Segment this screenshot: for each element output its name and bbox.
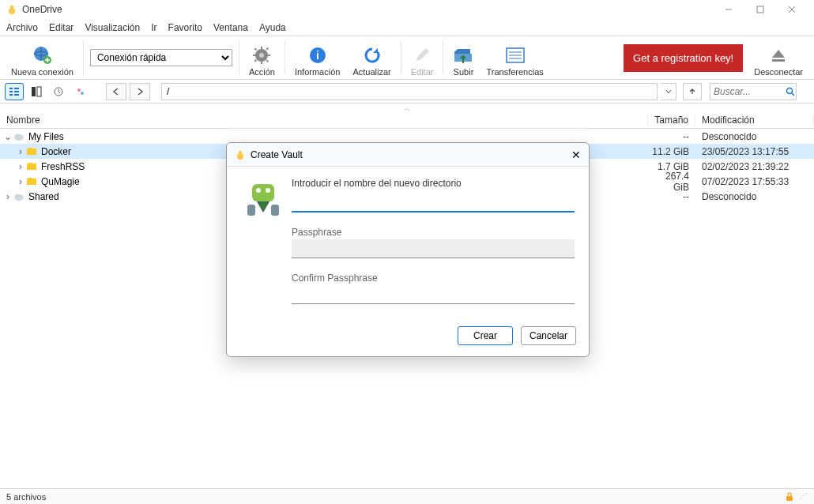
create-button[interactable]: Crear [458, 326, 513, 345]
table-header: Nombre Tamaño Modificación [0, 111, 814, 129]
tree-size: 267.4 GiB [648, 171, 695, 193]
separator [443, 41, 443, 74]
globe-plus-icon [31, 44, 53, 66]
tree-mod: Desconocido [695, 131, 814, 142]
close-button[interactable] [776, 0, 808, 19]
chevron-right-icon[interactable]: › [3, 191, 13, 202]
folder-icon [25, 176, 38, 187]
svg-rect-28 [14, 88, 19, 89]
menu-favorito[interactable]: Favorito [168, 22, 202, 33]
passphrase-label: Passphrase [292, 227, 575, 238]
eject-icon [769, 44, 788, 66]
nav-forward-button[interactable] [130, 83, 150, 100]
tree-mod: 23/05/2023 13:17:55 [695, 146, 814, 157]
path-dropdown[interactable] [661, 83, 676, 100]
edit-button[interactable]: Editar [405, 39, 440, 77]
confirm-passphrase-label: Confirm Passphrase [292, 273, 575, 284]
svg-rect-24 [772, 59, 785, 62]
transfers-button[interactable]: Transferencias [480, 39, 549, 77]
menu-ir[interactable]: Ir [151, 22, 156, 33]
registration-key-banner[interactable]: Get a registration key! [624, 44, 743, 72]
history-button[interactable] [49, 83, 68, 100]
column-size[interactable]: Tamaño [648, 115, 695, 126]
menu-visualizacion[interactable]: Visualización [85, 22, 140, 33]
status-text: 5 archivos [6, 492, 46, 502]
separator [401, 41, 401, 74]
refresh-button[interactable]: Actualizar [346, 39, 397, 77]
svg-point-39 [15, 134, 20, 137]
svg-rect-51 [786, 496, 793, 501]
quick-connect-select[interactable]: Conexión rápida [90, 49, 232, 66]
dialog-close-button[interactable]: ✕ [571, 149, 581, 161]
transfers-icon [505, 44, 526, 66]
passphrase-input[interactable] [292, 239, 575, 258]
action-button[interactable]: Acción [243, 39, 281, 77]
collapse-handle[interactable]: ︿ [0, 103, 814, 111]
edit-label: Editar [411, 67, 434, 77]
chevron-down-icon[interactable]: ⌄ [3, 131, 13, 142]
dialog-titlebar: Create Vault ✕ [227, 143, 589, 167]
svg-rect-48 [262, 205, 265, 209]
svg-rect-14 [254, 48, 258, 51]
column-name[interactable]: Nombre [0, 115, 648, 126]
svg-point-43 [239, 150, 242, 153]
path-input[interactable] [161, 83, 658, 100]
maximize-button[interactable] [744, 0, 776, 19]
titlebar: OneDrive [0, 0, 814, 19]
lock-icon [785, 492, 794, 502]
upload-button[interactable]: Subir [447, 39, 480, 77]
info-label: Información [295, 67, 340, 77]
folder-icon [25, 161, 38, 172]
go-up-button[interactable] [683, 83, 702, 100]
transfers-label: Transferencias [486, 67, 543, 77]
confirm-passphrase-input[interactable] [292, 285, 575, 304]
search-input[interactable] [710, 83, 797, 100]
dialog-title: Create Vault [251, 149, 571, 160]
svg-point-46 [266, 188, 270, 193]
menubar: Archivo Editar Visualización Ir Favorito… [0, 19, 814, 36]
info-button[interactable]: i Información [288, 39, 346, 77]
svg-rect-27 [9, 94, 13, 96]
new-connection-label: Nueva conexión [11, 67, 73, 77]
window-title: OneDrive [22, 4, 713, 15]
tree-mod: 02/02/2023 21:39:22 [695, 161, 814, 172]
tree-size: -- [648, 131, 695, 142]
settings-view-button[interactable] [71, 83, 90, 100]
svg-rect-17 [254, 59, 258, 62]
svg-rect-29 [14, 91, 19, 92]
app-icon [6, 4, 17, 15]
svg-rect-3 [757, 6, 763, 13]
chevron-right-icon[interactable]: › [16, 161, 25, 172]
svg-rect-11 [261, 61, 262, 64]
view-tree-button[interactable] [5, 83, 24, 100]
upload-icon [453, 44, 473, 66]
cancel-button[interactable]: Cancelar [521, 326, 576, 345]
nav-back-button[interactable] [106, 83, 126, 100]
svg-rect-44 [252, 184, 274, 201]
view-split-button[interactable] [27, 83, 46, 100]
column-mod[interactable]: Modificación [695, 115, 814, 126]
menu-editar[interactable]: Editar [49, 22, 73, 33]
cloud-folder-icon [13, 191, 25, 202]
gear-icon [251, 44, 272, 66]
upload-label: Subir [454, 67, 474, 77]
minimize-button[interactable] [713, 0, 744, 19]
svg-rect-16 [266, 47, 269, 51]
svg-rect-10 [261, 47, 262, 50]
disconnect-button[interactable]: Desconectar [748, 39, 809, 77]
svg-rect-49 [247, 205, 255, 216]
pencil-icon [413, 44, 431, 66]
svg-point-9 [259, 53, 264, 58]
menu-ayuda[interactable]: Ayuda [259, 22, 286, 33]
tree-mod: 07/02/2023 17:55:33 [695, 176, 814, 187]
new-connection-button[interactable]: Nueva conexión [5, 39, 80, 77]
svg-rect-12 [253, 55, 256, 56]
menu-archivo[interactable]: Archivo [6, 22, 38, 33]
svg-rect-13 [267, 55, 270, 56]
chevron-right-icon[interactable]: › [16, 176, 25, 187]
resize-grip-icon[interactable]: ⋰ [799, 491, 808, 502]
vault-name-input[interactable] [292, 194, 575, 213]
chevron-right-icon[interactable]: › [16, 146, 25, 157]
tree-size: -- [648, 191, 695, 202]
menu-ventana[interactable]: Ventana [213, 22, 248, 33]
